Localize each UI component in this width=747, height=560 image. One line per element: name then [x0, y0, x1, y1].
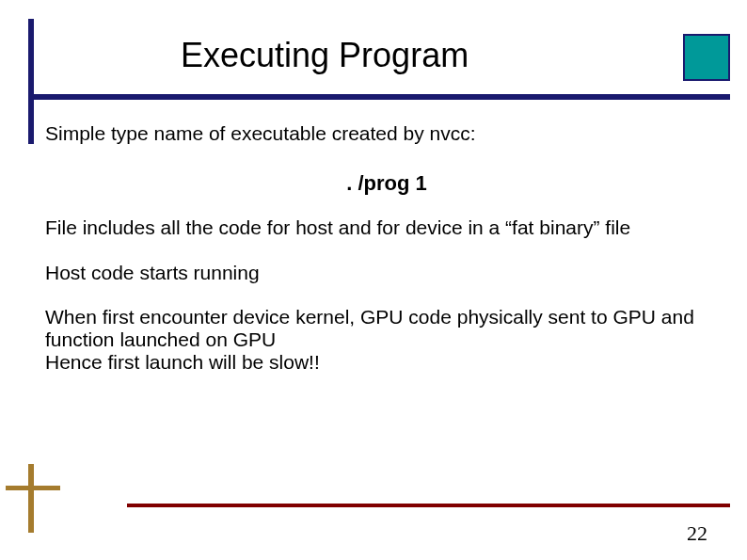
slide-title: Executing Program — [181, 36, 469, 75]
slide: Executing Program Simple type name of ex… — [0, 0, 747, 560]
paragraph-kernel-launch: When first encounter device kernel, GPU … — [45, 306, 728, 374]
paragraph-fat-binary: File includes all the code for host and … — [45, 216, 728, 239]
page-number: 22 — [687, 521, 707, 546]
bottom-horizontal-rule — [127, 504, 730, 507]
bottom-vertical-bar — [28, 464, 34, 533]
accent-square-icon — [683, 34, 730, 81]
top-horizontal-rule — [28, 94, 730, 100]
paragraph-intro: Simple type name of executable created b… — [45, 122, 728, 145]
bottom-short-horizontal-bar — [6, 486, 60, 490]
paragraph-host-start: Host code starts running — [45, 262, 728, 284]
command-text: . /prog 1 — [45, 171, 728, 195]
top-vertical-bar — [28, 19, 34, 144]
slide-content: Simple type name of executable created b… — [45, 122, 728, 395]
